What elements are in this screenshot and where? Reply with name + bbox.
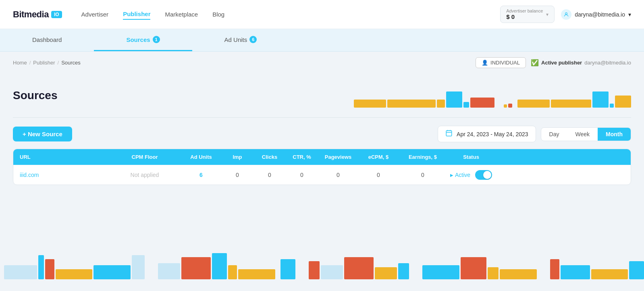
status-cell: ▶ Active bbox=[447, 170, 495, 180]
logo[interactable]: Bitmedia IO bbox=[13, 9, 62, 20]
col-ecpm: eCPM, $ bbox=[358, 154, 399, 160]
nav-advertiser[interactable]: Advertiser bbox=[81, 9, 109, 19]
top-navigation: Bitmedia IO Advertiser Publisher Marketp… bbox=[0, 0, 644, 29]
decorative-chart bbox=[354, 83, 631, 108]
subnav-adunits[interactable]: Ad Units 6 bbox=[192, 29, 289, 51]
individual-button[interactable]: 👤 INDIVIDUAL bbox=[476, 57, 526, 68]
bottom-bars bbox=[0, 239, 644, 279]
cell-url[interactable]: iiid.com bbox=[20, 172, 108, 178]
cell-ad-units: 6 bbox=[181, 172, 221, 178]
toggle-knob bbox=[483, 171, 491, 179]
adunits-badge: 6 bbox=[249, 36, 257, 43]
active-publisher-check-icon: ✅ bbox=[531, 59, 539, 67]
bottom-decoration bbox=[0, 235, 644, 279]
page-title: Sources bbox=[13, 89, 58, 102]
logo-text: Bitmedia bbox=[13, 9, 49, 20]
table-row: iiid.com Not applied 6 0 0 0 0 0 0 ▶ Act… bbox=[13, 165, 631, 185]
individual-label: INDIVIDUAL bbox=[490, 60, 520, 66]
date-range-button[interactable]: Apr 24, 2023 - May 24, 2023 bbox=[438, 126, 536, 142]
cell-imp: 0 bbox=[221, 172, 253, 178]
period-day-button[interactable]: Day bbox=[541, 128, 567, 141]
calendar-icon bbox=[445, 129, 453, 139]
balance-label: Advertiser balance bbox=[506, 8, 543, 13]
period-month-button[interactable]: Month bbox=[598, 128, 631, 141]
col-url: URL bbox=[20, 154, 108, 160]
breadcrumb-home[interactable]: Home bbox=[13, 60, 27, 66]
balance-value: $ 0 bbox=[506, 13, 543, 20]
individual-icon: 👤 bbox=[482, 60, 488, 66]
active-publisher-email: daryna@bitmedia.io bbox=[584, 60, 631, 66]
sources-table: URL CPM Floor Ad Units Imp Clicks CTR, %… bbox=[13, 149, 631, 185]
col-status: Status bbox=[447, 154, 495, 160]
breadcrumb-current: Sources bbox=[61, 60, 81, 66]
cell-ctr: 0 bbox=[286, 172, 318, 178]
active-toggle[interactable] bbox=[475, 170, 492, 180]
toolbar: + New Source Apr 24, 2023 - May 24, 2023… bbox=[13, 126, 631, 142]
table-header: URL CPM Floor Ad Units Imp Clicks CTR, %… bbox=[13, 149, 631, 165]
cell-clicks: 0 bbox=[253, 172, 286, 178]
status-triangle-icon: ▶ bbox=[450, 173, 453, 177]
page-header: Sources bbox=[13, 83, 631, 108]
user-avatar-icon bbox=[561, 9, 571, 20]
status-active-label: ▶ Active bbox=[450, 172, 470, 178]
nav-publisher[interactable]: Publisher bbox=[123, 9, 150, 20]
breadcrumb-publisher[interactable]: Publisher bbox=[33, 60, 55, 66]
date-range-text: Apr 24, 2023 - May 24, 2023 bbox=[457, 131, 528, 137]
cell-status: ▶ Active bbox=[447, 170, 495, 180]
col-cpm: CPM Floor bbox=[108, 154, 181, 160]
breadcrumb-sep-1: / bbox=[29, 60, 31, 66]
breadcrumb-sep-2: / bbox=[58, 60, 59, 66]
status-text: Active bbox=[455, 172, 470, 178]
svg-rect-1 bbox=[446, 131, 452, 136]
col-imp: Imp bbox=[221, 154, 253, 160]
new-source-button[interactable]: + New Source bbox=[13, 127, 72, 141]
user-email: daryna@bitmedia.io bbox=[575, 11, 625, 18]
cell-earnings: 0 bbox=[399, 172, 447, 178]
subnav-dashboard[interactable]: Dashboard bbox=[0, 29, 94, 51]
svg-point-0 bbox=[565, 12, 567, 15]
breadcrumb: Home / Publisher / Sources bbox=[13, 60, 81, 66]
active-publisher-label: Active publisher bbox=[541, 60, 582, 66]
nav-blog[interactable]: Blog bbox=[212, 9, 224, 19]
cell-pageviews: 0 bbox=[318, 172, 358, 178]
breadcrumb-actions: 👤 INDIVIDUAL ✅ Active publisher daryna@b… bbox=[476, 57, 631, 68]
user-chevron-icon: ▾ bbox=[628, 11, 631, 18]
cell-ecpm: 0 bbox=[358, 172, 399, 178]
period-week-button[interactable]: Week bbox=[567, 128, 598, 141]
col-ctr: CTR, % bbox=[286, 154, 318, 160]
sub-navigation: Dashboard Sources 1 Ad Units 6 bbox=[0, 29, 644, 52]
col-pageviews: Pageviews bbox=[318, 154, 358, 160]
breadcrumb-bar: Home / Publisher / Sources 👤 INDIVIDUAL … bbox=[0, 52, 644, 74]
col-clicks: Clicks bbox=[253, 154, 286, 160]
active-publisher-info: ✅ Active publisher daryna@bitmedia.io bbox=[531, 59, 631, 67]
toolbar-right: Apr 24, 2023 - May 24, 2023 Day Week Mon… bbox=[438, 126, 631, 142]
subnav-sources[interactable]: Sources 1 bbox=[94, 29, 192, 51]
nav-right: Advertiser balance $ 0 ▾ daryna@bitmedia… bbox=[500, 6, 631, 23]
balance-chevron-icon: ▾ bbox=[546, 12, 548, 17]
col-adunits: Ad Units bbox=[181, 154, 221, 160]
advertiser-balance-button[interactable]: Advertiser balance $ 0 ▾ bbox=[500, 6, 555, 23]
cell-cpm-floor: Not applied bbox=[108, 172, 181, 178]
period-selector: Day Week Month bbox=[541, 127, 631, 141]
nav-links: Advertiser Publisher Marketplace Blog bbox=[81, 9, 501, 20]
sources-badge: 1 bbox=[153, 36, 160, 43]
col-earnings: Earnings, $ bbox=[399, 154, 447, 160]
logo-badge: IO bbox=[51, 11, 62, 18]
user-menu-button[interactable]: daryna@bitmedia.io ▾ bbox=[561, 9, 631, 20]
nav-marketplace[interactable]: Marketplace bbox=[165, 9, 198, 19]
main-content: Sources + New Source bbox=[0, 74, 644, 235]
